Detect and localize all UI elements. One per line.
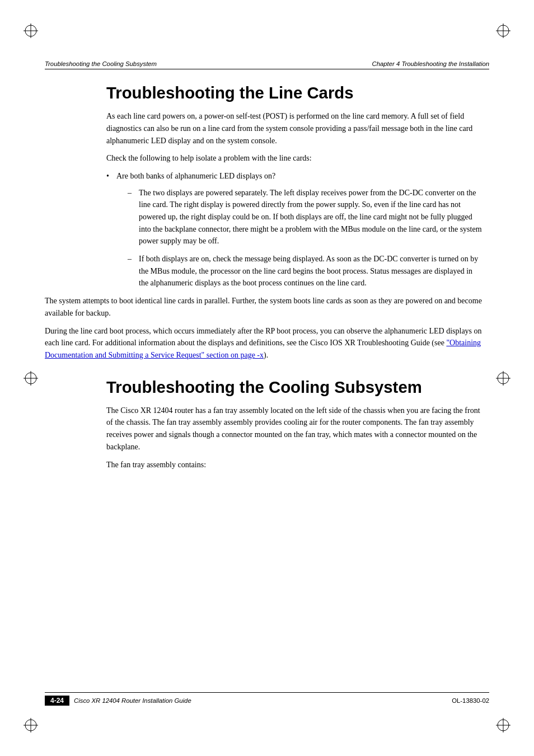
sub-bullet-text-2: If both displays are on, check the messa… (139, 253, 484, 289)
footer-page-number: 4-24 (45, 696, 69, 706)
section-line-cards: Troubleshooting the Line Cards As each l… (45, 83, 489, 361)
section-title-line-cards: Troubleshooting the Line Cards (106, 83, 489, 102)
bullet-item-1: • Are both banks of alphanumeric LED dis… (106, 170, 484, 182)
sub-dash-1: – (128, 187, 139, 247)
reg-mark-bl (22, 717, 39, 734)
page: Troubleshooting the Cooling Subsystem Ch… (0, 0, 534, 756)
para-line-cards-2: Check the following to help isolate a pr… (106, 152, 484, 165)
header-breadcrumb-left: Troubleshooting the Cooling Subsystem (45, 60, 157, 67)
footer-doc-number: OL-13830-02 (452, 697, 489, 704)
header-chapter-right: Chapter 4 Troubleshooting the Installati… (372, 60, 490, 67)
para-cooling-2: The fan tray assembly contains: (106, 459, 484, 471)
bullet-list-line-cards: • Are both banks of alphanumeric LED dis… (106, 170, 484, 289)
section-title-cooling: Troubleshooting the Cooling Subsystem (106, 377, 489, 397)
para-line-cards-1: As each line card powers on, a power-on … (106, 110, 484, 147)
reg-mark-ml (22, 370, 39, 387)
sub-dash-2: – (128, 253, 139, 289)
footer-left: 4-24 Cisco XR 12404 Router Installation … (45, 696, 191, 706)
reg-mark-br (495, 717, 512, 734)
para-cooling-1: The Cisco XR 12404 router has a fan tray… (106, 405, 484, 453)
reg-mark-tl (22, 22, 39, 39)
para-line-cards-trailing-1: The system attempts to boot identical li… (45, 295, 484, 319)
footer-logo-text: Cisco XR 12404 Router Installation Guide (74, 697, 191, 704)
sub-bullet-text-1: The two displays are powered separately.… (139, 187, 484, 247)
bullet-dot-1: • (106, 170, 116, 182)
reg-mark-mr (495, 370, 512, 387)
service-request-link[interactable]: "Obtaining Documentation and Submitting … (45, 339, 481, 359)
sub-bullet-item-2: – If both displays are on, check the mes… (128, 253, 484, 289)
sub-bullet-item-1: – The two displays are powered separatel… (128, 187, 484, 247)
sub-bullet-list: – The two displays are powered separatel… (128, 187, 484, 290)
bullet-text-1: Are both banks of alphanumeric LED displ… (116, 170, 275, 182)
para-line-cards-trailing-2: During the line card boot process, which… (45, 325, 484, 361)
section-cooling-subsystem: Troubleshooting the Cooling Subsystem Th… (45, 377, 489, 471)
reg-mark-tr (495, 22, 512, 39)
